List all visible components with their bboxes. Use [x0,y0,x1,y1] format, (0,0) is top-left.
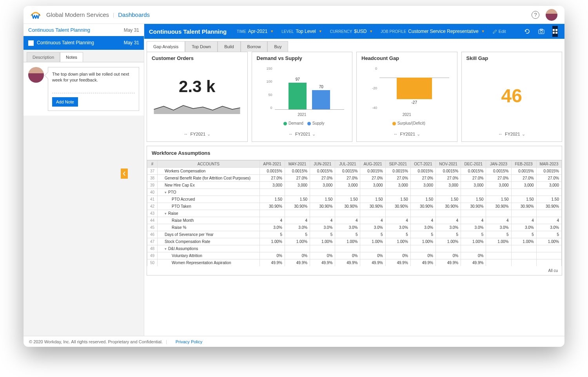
camera-button[interactable] [538,26,544,37]
view-tabs: Gap Analysis Top Down Build Borrow Buy [144,39,564,52]
orders-value: 2.3 k [179,77,215,96]
company-name: Global Modern Services [46,11,109,18]
topbar: Global Modern Services | Dashboards ? [24,6,564,24]
table-row[interactable]: 39New Hire Cap Ex3,0003,0003,0003,0003,0… [147,182,562,189]
table-row[interactable]: 50Women Representation Aspiration49.9%49… [147,259,562,266]
grid-scroll[interactable]: #ACCOUNTSAPR-2021MAY-2021JUN-2021JUL-202… [147,160,562,266]
sidebar: Continuous Talent Planning May 31 Contin… [24,24,144,336]
table-header[interactable]: MAR-2023 [536,161,561,168]
tab-gap-analysis[interactable]: Gap Analysis [147,41,185,52]
table-header[interactable]: JAN-2023 [486,161,511,168]
refresh-button[interactable] [524,26,530,37]
note-text: The top down plan will be rolled out nex… [52,71,135,83]
sidebar-date: May 31 [124,27,139,33]
card-headcount-gap: Headcount Gap 0-20-40 -27 2021 Surplus/(… [356,52,457,142]
section-link[interactable]: Dashboards [118,11,150,18]
note-box: The top down plan will be rolled out nex… [48,67,139,111]
table-header[interactable]: ACCOUNTS [158,161,260,168]
help-icon[interactable]: ? [532,11,539,19]
table-row[interactable]: 41PTO Accrued1.501.501.501.501.501.501.5… [147,196,562,203]
sheet-toolbar: Continuous Talent Planning TIMEApr-2021▼… [144,24,564,39]
table-header[interactable]: FEB-2023 [511,161,536,168]
svg-point-1 [540,31,543,33]
svg-rect-5 [553,32,555,34]
sidebar-tab-notes[interactable]: Notes [60,52,83,62]
table-header[interactable]: SEP-2021 [385,161,410,168]
table-row[interactable]: 49Voluntary Attrition0%0%0%0%0%0%0%0%0% [147,252,562,259]
table-header[interactable]: MAY-2021 [285,161,310,168]
table-row[interactable]: 38General Benefit Rate (for Attrition Co… [147,175,562,182]
table-header[interactable]: AUG-2021 [360,161,385,168]
assumptions-table: #ACCOUNTSAPR-2021MAY-2021JUN-2021JUL-202… [147,160,562,266]
card-customer-orders: Customer Orders 2.3 k ↔FY2021⌄ [147,52,248,142]
table-header[interactable]: OCT-2021 [410,161,436,168]
plan-checkbox[interactable] [28,40,34,46]
table-header[interactable]: # [147,161,158,168]
footer: © 2020 Workday, Inc. All rights reserved… [24,336,564,347]
chevron-left-icon [123,171,126,176]
plan-item[interactable]: Continuous Talent Planning May 31 [24,36,144,50]
table-header[interactable]: JUL-2021 [335,161,360,168]
filter-job-profile[interactable]: JOB PROFILECustomer Service Representati… [381,29,485,34]
skill-gap-value: 46 [501,85,522,107]
filter-level[interactable]: LEVELTop Level▼ [281,29,322,34]
card-period-selector[interactable]: ↔FY2021⌄ [462,127,562,141]
table-row[interactable]: 46Days of Severance per Year555555555555 [147,231,562,238]
table-row[interactable]: 47Stock Compensation Rate1.00%1.00%1.00%… [147,238,562,245]
privacy-link[interactable]: Privacy Policy [176,339,202,344]
svg-rect-4 [555,29,557,31]
workforce-assumptions: Workforce Assumptions #ACCOUNTSAPR-2021M… [147,146,562,276]
table-row[interactable]: 48▾D&I Assumptions [147,245,562,252]
table-header[interactable]: DEC-2021 [461,161,486,168]
card-skill-gap: Skill Gap 46 ↔FY2021⌄ [461,52,563,142]
sheet-title: Continuous Talent Planning [149,28,227,35]
workday-logo [31,10,41,20]
camera-icon [538,29,544,34]
collapse-sidebar-button[interactable] [121,169,128,179]
sidebar-tab-description[interactable]: Description [27,52,60,62]
grid-icon [552,29,558,34]
table-header[interactable]: NOV-2021 [436,161,461,168]
tab-build[interactable]: Build [218,41,240,52]
svg-rect-6 [555,32,557,34]
note-avatar [28,67,44,83]
add-note-button[interactable]: Add Note [52,97,78,107]
user-avatar[interactable] [546,9,557,21]
table-row[interactable]: 37Workers Compensation0.0015%0.0015%0.00… [147,168,562,175]
filter-currency[interactable]: CURRENCY$USD▼ [330,29,373,34]
edit-button[interactable]: Edit [493,29,506,34]
table-row[interactable]: 40▾PTO [147,189,562,196]
tab-buy[interactable]: Buy [267,41,288,52]
sidebar-title[interactable]: Continuous Talent Planning [28,27,90,33]
pencil-icon [493,29,497,34]
table-row[interactable]: 44Raise Month444444444444 [147,217,562,224]
table-row[interactable]: 43▾Raise [147,210,562,217]
tab-top-down[interactable]: Top Down [185,41,218,52]
table-header[interactable]: JUN-2021 [310,161,335,168]
card-period-selector[interactable]: ↔FY2021⌄ [357,127,457,141]
table-row[interactable]: 42PTO Taken30.90%30.90%30.90%30.90%30.90… [147,203,562,210]
refresh-icon [524,28,530,34]
filter-time[interactable]: TIMEApr-2021▼ [237,29,274,34]
svg-rect-3 [553,29,555,31]
card-period-selector[interactable]: ↔FY2021⌄ [252,127,352,141]
tab-borrow[interactable]: Borrow [241,41,268,52]
grid-view-button[interactable] [552,26,558,37]
table-row[interactable]: 45Raise %3.0%3.0%3.0%3.0%3.0%3.0%3.0%3.0… [147,224,562,231]
card-demand-supply: Demand vs Supply 150100500 97 70 2021 De… [252,52,353,142]
divider: | [113,12,114,18]
orders-sparkline [151,98,243,114]
card-period-selector[interactable]: ↔FY2021⌄ [147,127,247,141]
table-header[interactable]: APR-2021 [260,161,285,168]
